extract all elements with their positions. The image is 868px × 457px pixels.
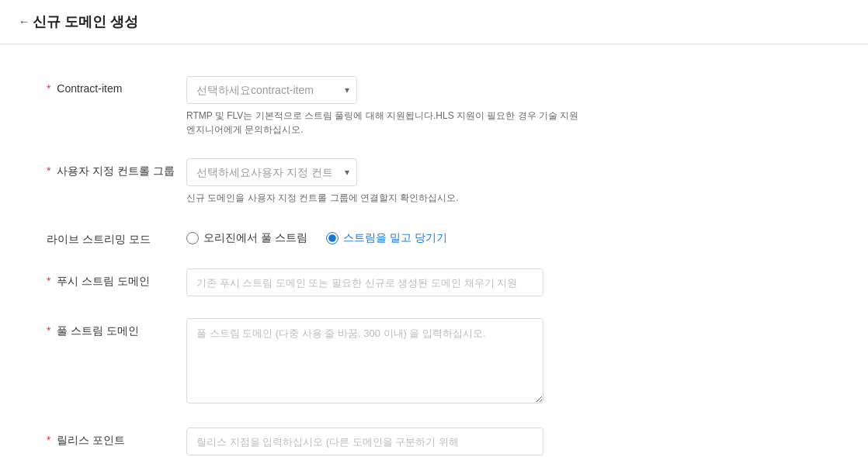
- required-mark-4: *: [47, 324, 50, 337]
- contract-item-row: * Contract-item 선택하세요contract-item ▾ RTM…: [47, 76, 652, 137]
- back-button[interactable]: ←: [19, 16, 30, 28]
- custom-control-group-row: * 사용자 지정 컨트롤 그룹 선택하세요사용자 지정 컨트롤 그룹 ▾ 신규 …: [47, 158, 652, 205]
- contract-item-field: 선택하세요contract-item ▾ RTMP 및 FLV는 기본적으로 스…: [186, 76, 590, 137]
- push-stream-domain-row: * 푸시 스트림 도메인: [47, 268, 652, 296]
- back-icon: ←: [19, 16, 30, 28]
- required-mark-2: *: [47, 164, 50, 177]
- streaming-mode-label: 라이브 스트리밍 모드: [47, 227, 186, 247]
- pull-stream-domain-label: * 풀 스트림 도메인: [47, 318, 186, 338]
- page-container: ← 신규 도메인 생성 * Contract-item 선택하세요contrac…: [0, 0, 868, 457]
- streaming-mode-radio-group: 오리진에서 풀 스트림 스트림을 밀고 당기기: [186, 227, 590, 245]
- release-point-row: * 릴리스 포인트: [47, 428, 652, 455]
- required-mark: *: [47, 82, 50, 95]
- contract-item-select[interactable]: 선택하세요contract-item: [186, 76, 357, 104]
- custom-control-group-label: * 사용자 지정 컨트롤 그룹: [47, 158, 186, 178]
- pull-stream-domain-textarea[interactable]: [186, 318, 543, 403]
- radio-pull-option[interactable]: 오리진에서 풀 스트림: [186, 231, 307, 245]
- radio-pull[interactable]: [186, 232, 199, 244]
- contract-item-select-wrapper: 선택하세요contract-item ▾: [186, 76, 357, 104]
- push-stream-domain-label: * 푸시 스트림 도메인: [47, 268, 186, 289]
- custom-control-group-field: 선택하세요사용자 지정 컨트롤 그룹 ▾ 신규 도메인을 사용자 지정 컨트롤 …: [186, 158, 590, 205]
- contract-item-hint: RTMP 및 FLV는 기본적으로 스트림 풀링에 대해 지원됩니다.HLS 지…: [186, 109, 590, 137]
- pull-stream-domain-row: * 풀 스트림 도메인: [47, 318, 652, 406]
- push-stream-domain-field: [186, 268, 543, 296]
- radio-push-label: 스트림을 밀고 당기기: [343, 231, 447, 245]
- required-mark-5: *: [47, 434, 50, 446]
- streaming-mode-row: 라이브 스트리밍 모드 오리진에서 풀 스트림 스트림을 밀고 당기기: [47, 227, 652, 247]
- pull-stream-domain-field: [186, 318, 543, 406]
- radio-push-option[interactable]: 스트림을 밀고 당기기: [326, 231, 447, 245]
- custom-control-group-select-wrapper: 선택하세요사용자 지정 컨트롤 그룹 ▾: [186, 158, 357, 186]
- required-mark-3: *: [47, 275, 50, 287]
- radio-push[interactable]: [326, 232, 339, 244]
- radio-pull-label: 오리진에서 풀 스트림: [203, 231, 307, 245]
- custom-control-group-select[interactable]: 선택하세요사용자 지정 컨트롤 그룹: [186, 158, 357, 186]
- page-header: ← 신규 도메인 생성: [0, 0, 868, 44]
- streaming-mode-field: 오리진에서 풀 스트림 스트림을 밀고 당기기: [186, 227, 590, 245]
- page-title: 신규 도메인 생성: [33, 12, 138, 31]
- release-point-label: * 릴리스 포인트: [47, 428, 186, 448]
- release-point-field: [186, 428, 543, 455]
- form-content: * Contract-item 선택하세요contract-item ▾ RTM…: [0, 51, 699, 457]
- release-point-input[interactable]: [186, 428, 543, 455]
- custom-control-group-hint: 신규 도메인을 사용자 지정 컨트롤 그룹에 연결할지 확인하십시오.: [186, 191, 590, 205]
- push-stream-domain-input[interactable]: [186, 268, 543, 296]
- contract-item-label: * Contract-item: [47, 76, 186, 95]
